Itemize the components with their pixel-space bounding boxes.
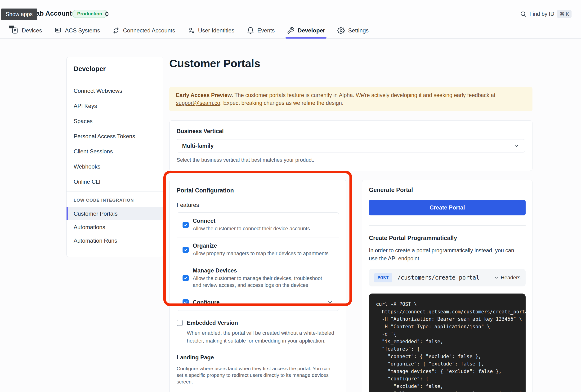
tab-events[interactable]: Events [247,22,275,38]
feature-row-connect: Connect Allow the customer to connect th… [177,212,339,237]
business-vertical-value: Multi-family [182,142,214,149]
sidebar-item-api-keys[interactable]: API Keys [66,98,163,114]
find-by-id-label: Find by ID [530,11,554,17]
primary-nav-tabs: Devices ACS Systems Connected Accounts [0,22,581,38]
sidebar-item-automation-runs[interactable]: Automation Runs [66,234,163,247]
environment-badge: Production [72,10,107,18]
keyboard-shortcut-badge: ⌘ K [557,10,572,18]
curl-code-block: curl -X POST \ https://connect.getseam.c… [369,294,526,392]
configure-checkbox[interactable] [182,299,189,305]
connect-checkbox[interactable] [182,222,189,228]
user-identity-icon [188,27,195,34]
search-icon [520,11,526,17]
manage-devices-checkbox[interactable] [182,275,189,281]
business-vertical-select[interactable]: Multi-family [176,139,525,152]
generate-portal-title: Generate Portal [369,186,526,194]
bell-icon [247,27,254,34]
feature-label: Configure [193,299,220,306]
divider [369,225,526,226]
feature-row-configure: Configure [177,294,339,310]
feature-description: Allow the customer to connect their devi… [193,225,310,232]
sidebar-item-automations[interactable]: Automations [66,220,163,234]
business-vertical-card: Business Vertical Multi-family Select th… [169,120,532,171]
main-content: Customer Portals Early Access Preview. T… [169,38,532,392]
tab-devices[interactable]: Devices [11,22,42,38]
sidebar-item-customer-portals[interactable]: Customer Portals [66,207,163,220]
chevron-down-icon [494,275,499,280]
landing-page-description: Configure where users land when they fir… [176,365,335,385]
acs-reader-icon [54,27,62,34]
tab-developer[interactable]: Developer [287,22,325,38]
endpoint-path: /customers/create_portal [397,274,480,281]
sidebar-divider [66,191,163,192]
tab-label: Connected Accounts [123,27,175,34]
tab-user-identities[interactable]: User Identities [188,22,234,38]
alert-title: Early Access Preview. [176,92,233,98]
sidebar-title: Developer [66,65,163,73]
embedded-version-row: Embedded Version [176,320,339,326]
sidebar-item-spaces[interactable]: Spaces [66,114,163,129]
tab-connected-accounts[interactable]: Connected Accounts [112,22,175,38]
create-portal-button[interactable]: Create Portal [369,200,526,216]
feature-label: Connect [193,218,310,224]
alert-body-end: . Expect breaking changes as we refine t… [220,100,343,106]
business-vertical-label: Business Vertical [176,128,525,134]
portal-configuration-card: Portal Configuration Features Connect Al… [169,180,346,392]
environment-switcher-icon[interactable] [103,10,110,18]
feature-row-organize: Organize Allow property managers to map … [177,237,339,262]
headers-toggle[interactable]: Headers [494,274,520,281]
tab-label: Events [257,27,275,34]
device-icon [11,27,19,34]
support-email-link[interactable]: support@seam.co [176,100,220,106]
embedded-version-checkbox[interactable] [176,320,183,326]
find-by-id-search[interactable]: Find by ID ⌘ K [520,10,572,18]
tab-label: Settings [348,27,369,34]
feature-label: Organize [193,242,328,249]
show-apps-tooltip: Show apps [1,8,37,20]
features-label: Features [176,202,339,208]
top-bar: Show apps ab Accounts Production Find by… [0,0,581,38]
sidebar-item-webhooks[interactable]: Webhooks [66,159,163,174]
api-endpoint-bar: POST /customers/create_portal Headers [369,269,526,286]
tab-label: ACS Systems [65,27,100,34]
sidebar-item-connect-webviews[interactable]: Connect Webviews [66,83,163,98]
workspace-title: ab Accounts [36,10,76,17]
early-access-alert: Early Access Preview. The customer porta… [169,87,532,111]
feature-description: Allow the customer to manage their devic… [193,275,331,289]
tab-acs-systems[interactable]: ACS Systems [54,22,100,38]
embedded-version-description: When enabled, the portal will be created… [187,329,339,345]
tab-settings[interactable]: Settings [338,22,369,38]
configure-expand-chevron-icon[interactable] [327,299,333,306]
create-portal-programmatically-title: Create Portal Programmatically [369,234,526,242]
embedded-version-label: Embedded Version [187,320,238,326]
feature-description: Allow property managers to map their dev… [193,250,328,257]
sidebar-item-online-cli[interactable]: Online CLI [66,174,163,189]
wrench-icon [287,27,294,34]
gear-icon [338,27,345,34]
generate-portal-card: Generate Portal Create Portal Create Por… [362,180,532,392]
tab-label: User Identities [198,27,234,34]
portal-configuration-title: Portal Configuration [176,187,339,194]
tab-label: Developer [298,27,325,34]
landing-page-label: Landing Page [176,354,339,361]
transfer-arrows-icon [112,27,120,34]
organize-checkbox[interactable] [182,247,189,253]
developer-sidebar: Developer Connect Webviews API Keys Spac… [66,57,163,257]
create-portal-programmatically-description: In order to create a portal programmatic… [369,246,522,262]
chevron-down-icon [513,142,520,149]
alert-body: The customer portals feature is currentl… [233,92,495,98]
sidebar-item-client-sessions[interactable]: Client Sessions [66,144,163,159]
business-vertical-helper: Select the business vertical that best m… [176,157,525,163]
page-title: Customer Portals [169,57,532,70]
tab-label: Devices [22,27,42,34]
http-method-badge: POST [374,273,392,282]
features-list: Connect Allow the customer to connect th… [176,212,339,311]
feature-label: Manage Devices [193,267,331,274]
sidebar-item-personal-access-tokens[interactable]: Personal Access Tokens [66,129,163,144]
feature-row-manage-devices: Manage Devices Allow the customer to man… [177,262,339,294]
sidebar-section-label: LOW CODE INTEGRATION [74,198,163,203]
